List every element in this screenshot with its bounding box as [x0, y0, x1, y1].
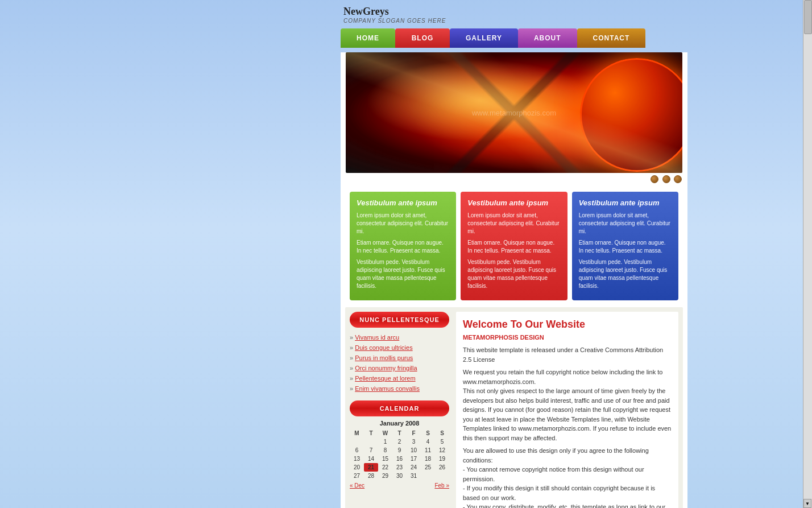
- table-row: 20212223242526: [350, 463, 449, 472]
- cal-header-f: F: [407, 429, 421, 437]
- calendar-day[interactable]: 8: [378, 446, 392, 455]
- feature-box-3-p3: Vestibulum pede. Vestibulum adipiscing l…: [579, 258, 672, 290]
- nav-contact[interactable]: CONTACT: [577, 28, 646, 48]
- sidebar-link-4[interactable]: Orci nonummy fringilla: [355, 365, 417, 371]
- calendar-month: January 2008: [350, 420, 449, 427]
- calendar-day[interactable]: 27: [350, 472, 364, 480]
- feature-box-2-title: Vestibulum ante ipsum: [467, 199, 560, 207]
- main-nav: HOME BLOG GALLERY ABOUT CONTACT: [122, 28, 690, 48]
- carousel-dot-2[interactable]: [662, 175, 670, 183]
- feature-box-3-p1: Lorem ipsum dolor sit amet, consectetur …: [579, 212, 672, 236]
- calendar-day[interactable]: 2: [392, 437, 407, 446]
- calendar-day[interactable]: 10: [407, 446, 421, 455]
- sidebar-link-5[interactable]: Pellentesque at lorem: [355, 375, 415, 382]
- table-row: 13141516171819: [350, 455, 449, 463]
- cal-header-m: M: [350, 429, 364, 437]
- carousel-dots: [341, 175, 687, 185]
- calendar-day: [364, 437, 378, 446]
- calendar-day[interactable]: 22: [378, 463, 392, 472]
- calendar-day[interactable]: 24: [407, 463, 421, 472]
- sidebar-links: Vivamus id arcu Duis congue ultricies Pu…: [350, 332, 449, 394]
- cal-header-t2: T: [392, 429, 407, 437]
- hero-image: www.metamorphozis.com: [346, 52, 682, 173]
- calendar-day[interactable]: 23: [392, 463, 407, 472]
- calendar-day[interactable]: 13: [350, 455, 364, 463]
- calendar-day[interactable]: 18: [421, 455, 435, 463]
- calendar-day[interactable]: 4: [421, 437, 435, 446]
- calendar-day[interactable]: 9: [392, 446, 407, 455]
- cal-header-s: S: [421, 429, 435, 437]
- cal-header-s2: S: [435, 429, 449, 437]
- sidebar-heading: NUNC PELLENTESQUE: [350, 312, 449, 328]
- calendar-day[interactable]: 14: [364, 455, 378, 463]
- cal-header-w: W: [378, 429, 392, 437]
- sidebar-link-1[interactable]: Vivamus id arcu: [355, 334, 399, 341]
- sidebar-link-3[interactable]: Purus in mollis purus: [355, 354, 413, 361]
- cal-next[interactable]: Feb »: [434, 482, 449, 489]
- calendar-day[interactable]: 25: [421, 463, 435, 472]
- carousel-dot-3[interactable]: [674, 175, 682, 183]
- content-p1: This website template is released under …: [463, 345, 672, 364]
- feature-box-2-p2: Etiam ornare. Quisque non augue. In nec …: [467, 239, 560, 255]
- nav-home[interactable]: HOME: [341, 28, 395, 48]
- calendar-day[interactable]: 19: [435, 455, 449, 463]
- list-item[interactable]: Duis congue ultricies: [350, 342, 449, 353]
- calendar-day[interactable]: 29: [378, 472, 392, 480]
- scrollbar-down-arrow[interactable]: ▼: [803, 499, 811, 508]
- calendar-day[interactable]: 26: [435, 463, 449, 472]
- calendar-day[interactable]: 21: [364, 463, 378, 472]
- calendar-day[interactable]: 11: [421, 446, 435, 455]
- calendar-day: [350, 437, 364, 446]
- table-row: 12345: [350, 437, 449, 446]
- nav-about[interactable]: ABOUT: [518, 28, 577, 48]
- calendar-day: [435, 472, 449, 480]
- calendar-day[interactable]: 30: [392, 472, 407, 480]
- carousel-dot-1[interactable]: [651, 175, 658, 183]
- calendar-day[interactable]: 12: [435, 446, 449, 455]
- calendar-day[interactable]: 5: [435, 437, 449, 446]
- cal-prev[interactable]: « Dec: [350, 482, 364, 489]
- feature-box-3-title: Vestibulum ante ipsum: [579, 199, 672, 207]
- list-item[interactable]: Enim vivamus convallis: [350, 383, 449, 394]
- content-p2: We request you retain the full copyright…: [463, 367, 672, 443]
- list-item[interactable]: Orci nonummy fringilla: [350, 363, 449, 373]
- main-container: www.metamorphozis.com Vestibulum ante ip…: [341, 52, 687, 508]
- table-row: M T W T F S S: [350, 429, 449, 437]
- welcome-title: Welcome To Our Website: [463, 319, 672, 331]
- site-title: NewGreys: [343, 6, 690, 18]
- calendar-nav: « Dec Feb »: [350, 482, 449, 489]
- feature-boxes: Vestibulum ante ipsum Lorem ipsum dolor …: [345, 187, 683, 305]
- calendar-day[interactable]: 1: [378, 437, 392, 446]
- calendar-body: 1234567891011121314151617181920212223242…: [350, 437, 449, 480]
- calendar-title: CALENDAR: [350, 400, 449, 416]
- calendar-day[interactable]: 6: [350, 446, 364, 455]
- calendar-day[interactable]: 28: [364, 472, 378, 480]
- list-item[interactable]: Vivamus id arcu: [350, 332, 449, 342]
- hero-rays: [346, 52, 682, 173]
- sidebar: NUNC PELLENTESQUE Vivamus id arcu Duis c…: [350, 312, 449, 508]
- calendar-day[interactable]: 15: [378, 455, 392, 463]
- sidebar-link-6[interactable]: Enim vivamus convallis: [355, 385, 420, 392]
- calendar-day[interactable]: 20: [350, 463, 364, 472]
- table-row: 2728293031: [350, 472, 449, 480]
- calendar-day[interactable]: 7: [364, 446, 378, 455]
- calendar-day[interactable]: 31: [407, 472, 421, 480]
- feature-box-1-p1: Lorem ipsum dolor sit amet, consectetur …: [357, 212, 449, 236]
- feature-box-3-p2: Etiam ornare. Quisque non augue. In nec …: [579, 239, 672, 255]
- feature-box-2: Vestibulum ante ipsum Lorem ipsum dolor …: [461, 192, 567, 300]
- scrollbar-thumb[interactable]: [804, 0, 812, 34]
- list-item[interactable]: Pellentesque at lorem: [350, 373, 449, 383]
- nav-blog[interactable]: BLOG: [395, 28, 450, 48]
- nav-gallery[interactable]: GALLERY: [450, 28, 518, 48]
- content-subtitle: METAMORPHOSIS DESIGN: [463, 334, 672, 341]
- site-slogan: COMPANY SLOGAN GOES HERE: [343, 18, 690, 24]
- sidebar-link-2[interactable]: Duis congue ultricies: [355, 344, 413, 351]
- calendar-day[interactable]: 17: [407, 455, 421, 463]
- feature-box-1-p2: Etiam ornare. Quisque non augue. In nec …: [357, 239, 449, 255]
- calendar-day[interactable]: 3: [407, 437, 421, 446]
- feature-box-2-p3: Vestibulum pede. Vestibulum adipiscing l…: [467, 258, 560, 290]
- feature-box-2-p1: Lorem ipsum dolor sit amet, consectetur …: [467, 212, 560, 236]
- list-item[interactable]: Purus in mollis purus: [350, 353, 449, 363]
- feature-box-1-p3: Vestibulum pede. Vestibulum adipiscing l…: [357, 258, 449, 290]
- calendar-day[interactable]: 16: [392, 455, 407, 463]
